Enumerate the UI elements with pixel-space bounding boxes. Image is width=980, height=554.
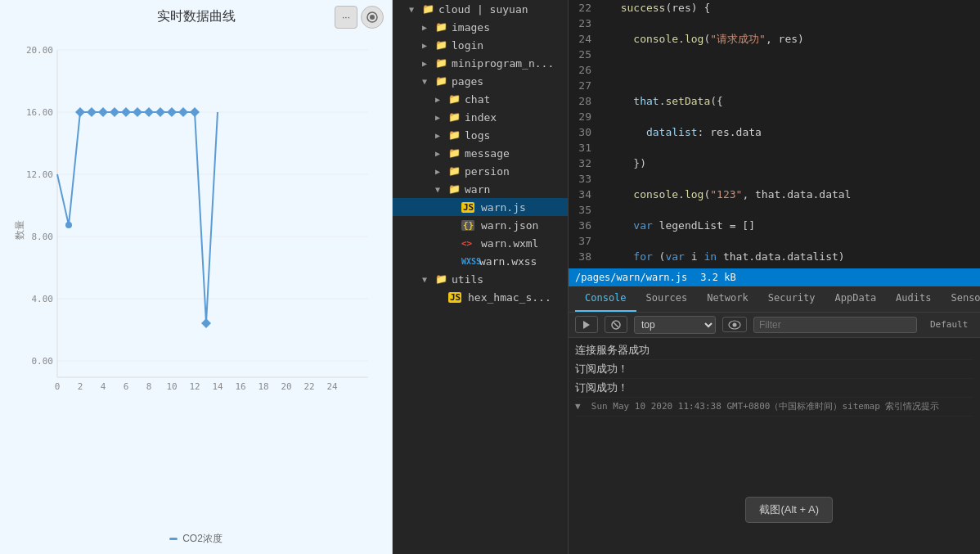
tree-item-login[interactable]: ▶ 📁 login	[393, 36, 568, 54]
tab-network[interactable]: Network	[697, 286, 758, 312]
code-editor: 22 23 24 25 26 27 28 29 30 31 32 33 34 3…	[569, 0, 980, 268]
status-size: 3.2 kB	[700, 272, 735, 283]
chart-record-button[interactable]	[361, 6, 384, 29]
code-ln-24	[608, 62, 973, 78]
tree-item-warn-wxml[interactable]: ▶ <> warn.wxml	[393, 234, 568, 252]
console-line-1: 连接服务器成功	[575, 341, 973, 360]
chart-legend: CO2浓度	[169, 532, 223, 546]
tree-label-login: login	[452, 39, 564, 52]
console-line-timestamp: ▼ Sun May 10 2020 11:43:38 GMT+0800（中国标准…	[575, 398, 973, 417]
console-execute-button[interactable]	[575, 316, 598, 332]
tab-console[interactable]: Console	[575, 286, 636, 312]
tree-item-images[interactable]: ▶ 📁 images	[393, 18, 568, 36]
tree-label-warn: warn	[465, 183, 564, 196]
console-line-2: 订阅成功！	[575, 360, 973, 379]
tree-item-persion[interactable]: ▶ 📁 persion	[393, 162, 568, 180]
folder-icon-chat: 📁	[448, 93, 461, 105]
svg-text:24: 24	[326, 381, 338, 392]
screenshot-tooltip[interactable]: 截图(Alt + A)	[745, 497, 833, 523]
folder-icon-miniprogram: 📁	[435, 57, 448, 69]
wxss-icon-warn: WXSS	[461, 257, 474, 266]
svg-point-47	[733, 323, 737, 327]
tree-item-message[interactable]: ▶ 📁 message	[393, 144, 568, 162]
ln-22: 22	[575, 0, 591, 16]
tree-item-miniprogram[interactable]: ▶ 📁 miniprogram_n...	[393, 54, 568, 72]
tree-arrow-login: ▶	[422, 41, 435, 50]
tree-arrow-miniprogram: ▶	[422, 59, 435, 68]
tree-item-warn[interactable]: ▼ 📁 warn	[393, 180, 568, 198]
code-content[interactable]: success(res) { console.log("请求成功", res) …	[601, 0, 980, 268]
tab-security[interactable]: Security	[758, 286, 825, 312]
tree-item-warn-js[interactable]: ▶ JS warn.js	[393, 198, 568, 216]
tree-item-index[interactable]: ▶ 📁 index	[393, 108, 568, 126]
tree-label-persion: persion	[465, 165, 564, 178]
ln-37: 37	[575, 233, 591, 249]
tree-spacer: ▶	[448, 221, 461, 230]
chart-header: 实时数据曲线 ···	[8, 8, 384, 25]
tree-label-warn-js: warn.js	[481, 201, 564, 214]
ln-25: 25	[575, 47, 591, 62]
svg-point-41	[65, 222, 72, 228]
tab-sources[interactable]: Sources	[636, 286, 698, 312]
tree-spacer: ▶	[435, 293, 448, 302]
console-stop-button[interactable]	[605, 316, 627, 332]
svg-marker-35	[133, 107, 142, 117]
svg-marker-32	[98, 107, 108, 117]
js-icon-hex: JS	[448, 292, 461, 303]
code-ln-29: var legendList = []	[608, 218, 973, 233]
tree-item-hex-hmac[interactable]: ▶ JS hex_hmac_s...	[393, 288, 568, 306]
tree-arrow-images: ▶	[422, 23, 435, 32]
svg-text:6: 6	[124, 381, 129, 392]
tree-arrow-persion: ▶	[435, 167, 448, 176]
console-context-select[interactable]: top	[634, 316, 716, 334]
tree-item-pages[interactable]: ▼ 📁 pages	[393, 72, 568, 90]
tree-item-logs[interactable]: ▶ 📁 logs	[393, 126, 568, 144]
svg-marker-37	[155, 107, 165, 117]
tab-appdata[interactable]: AppData	[825, 286, 887, 312]
folder-icon-pages: 📁	[435, 75, 448, 87]
svg-marker-39	[178, 107, 188, 117]
folder-icon-images: 📁	[435, 21, 448, 33]
console-line-3: 订阅成功！	[575, 379, 973, 398]
tree-label-index: index	[465, 111, 564, 124]
tab-audits[interactable]: Audits	[886, 286, 941, 312]
tree-arrow-cloud: ▼	[409, 5, 422, 14]
tree-arrow-message: ▶	[435, 149, 448, 158]
json-icon-warn: {}	[461, 220, 474, 231]
tree-label-miniprogram: miniprogram_n...	[452, 57, 564, 70]
file-tree-panel: ▼ 📁 cloud | suyuan ▶ 📁 images ▶ 📁 login …	[393, 0, 569, 554]
svg-marker-43	[583, 321, 590, 329]
legend-dot	[169, 538, 178, 540]
ln-26: 26	[575, 62, 591, 78]
console-default-label: Default	[930, 319, 968, 330]
svg-marker-40	[190, 107, 200, 117]
svg-text:2: 2	[78, 381, 83, 392]
tree-item-warn-json[interactable]: ▶ {} warn.json	[393, 216, 568, 234]
ln-24: 24	[575, 31, 591, 47]
code-panel: 22 23 24 25 26 27 28 29 30 31 32 33 34 3…	[569, 0, 980, 554]
svg-text:10: 10	[166, 381, 177, 392]
folder-icon-login: 📁	[435, 39, 448, 51]
tree-label-warn-json: warn.json	[481, 219, 564, 232]
console-eye-button[interactable]	[722, 317, 747, 332]
code-ln-22: success(res) {	[608, 0, 973, 16]
console-filter-input[interactable]	[753, 317, 917, 333]
status-bar: /pages/warn/warn.js 3.2 kB	[569, 268, 980, 286]
tree-label-cloud: cloud | suyuan	[438, 3, 564, 16]
svg-marker-36	[144, 107, 154, 117]
tree-item-utils[interactable]: ▼ 📁 utils	[393, 270, 568, 288]
svg-marker-33	[110, 107, 119, 117]
tab-sensor[interactable]: Sensor	[941, 286, 980, 312]
svg-marker-31	[87, 107, 97, 117]
svg-point-1	[370, 15, 375, 20]
svg-text:8: 8	[146, 381, 152, 392]
ln-30: 30	[575, 124, 591, 140]
svg-text:数量: 数量	[14, 220, 25, 240]
tree-item-warn-wxss[interactable]: ▶ WXSS warn.wxss	[393, 252, 568, 270]
svg-text:4: 4	[101, 381, 106, 392]
svg-marker-38	[167, 107, 177, 117]
tree-arrow-chat: ▶	[435, 95, 448, 104]
tree-item-cloud[interactable]: ▼ 📁 cloud | suyuan	[393, 0, 568, 18]
tree-item-chat[interactable]: ▶ 📁 chat	[393, 90, 568, 108]
chart-more-button[interactable]: ···	[335, 6, 357, 29]
